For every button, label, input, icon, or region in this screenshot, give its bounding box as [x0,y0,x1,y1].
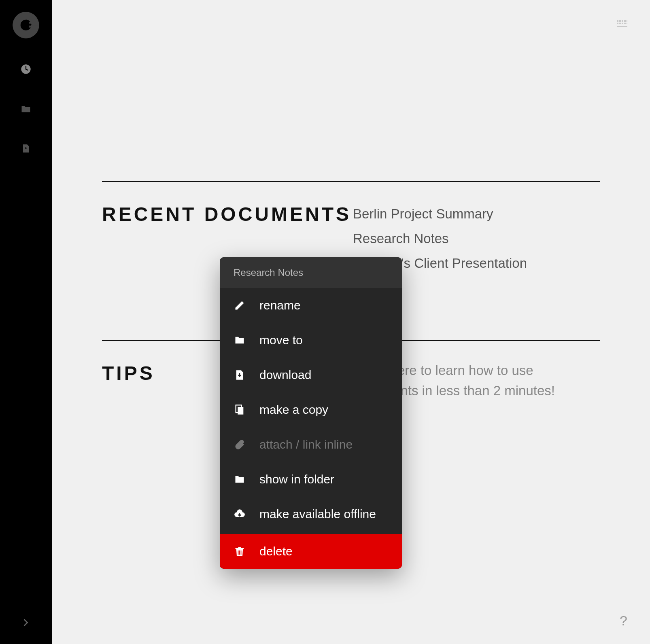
document-item[interactable]: Berlin Project Summary [353,201,600,226]
download-icon [234,369,246,381]
menu-item-move-to[interactable]: move to [220,323,402,358]
new-doc-icon[interactable] [20,142,32,155]
svg-rect-14 [619,23,621,24]
expand-sidebar-icon[interactable] [21,618,30,629]
svg-rect-6 [29,25,38,28]
menu-item-attach: attach / link inline [220,427,402,462]
recent-icon[interactable] [20,63,32,75]
menu-item-offline[interactable]: make available offline [220,497,402,532]
menu-item-label: move to [259,333,303,347]
context-menu: Research Notes rename move to download m… [220,257,402,569]
menu-item-label: attach / link inline [259,438,353,451]
menu-item-make-copy[interactable]: make a copy [220,392,402,427]
svg-rect-13 [617,23,618,24]
svg-rect-15 [622,23,623,24]
menu-item-label: show in folder [259,472,334,486]
svg-rect-9 [619,20,621,22]
copy-icon [234,404,246,416]
svg-rect-18 [617,26,627,27]
app-logo[interactable] [12,11,40,39]
svg-rect-8 [617,20,618,22]
menu-item-show-in-folder[interactable]: show in folder [220,462,402,497]
menu-item-download[interactable]: download [220,358,402,392]
svg-rect-17 [627,23,627,24]
menu-item-rename[interactable]: rename [220,288,402,323]
svg-rect-20 [238,407,243,415]
document-item[interactable]: Research Notes [353,226,600,251]
rename-icon [234,299,246,311]
trash-icon [234,545,246,557]
folder-nav-icon[interactable] [20,103,32,115]
help-icon[interactable]: ? [620,613,627,629]
menu-item-label: download [259,368,311,382]
keyboard-icon[interactable] [617,20,627,29]
menu-item-label: make a copy [259,403,328,417]
context-menu-title: Research Notes [220,257,402,288]
menu-item-label: rename [259,299,301,312]
main-area: RECENT DOCUMENTS Berlin Project Summary … [52,0,650,644]
menu-item-delete[interactable]: delete [220,534,402,569]
folder-move-icon [234,334,246,346]
menu-item-label: make available offline [259,507,376,521]
svg-rect-5 [29,22,38,24]
attach-icon [234,439,246,451]
svg-rect-11 [624,20,626,22]
svg-rect-12 [627,20,627,22]
sidebar [0,0,52,644]
svg-rect-16 [624,23,626,24]
menu-item-label: delete [259,544,293,558]
svg-rect-10 [622,20,623,22]
folder-icon [234,473,246,485]
cloud-download-icon [234,508,246,520]
